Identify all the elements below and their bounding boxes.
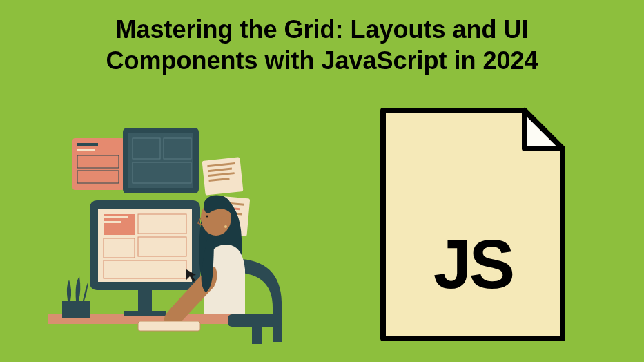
svg-rect-11: [77, 143, 98, 146]
floating-window-icon: [72, 138, 124, 190]
page-title: Mastering the Grid: Layouts and UI Compo…: [53, 14, 592, 76]
svg-rect-10: [72, 138, 124, 190]
monitor-stand: [138, 290, 152, 314]
monitor-base: [124, 311, 166, 316]
secondary-screen-icon: [123, 128, 199, 193]
svg-rect-20: [202, 157, 244, 195]
svg-rect-16: [128, 133, 193, 188]
svg-rect-12: [77, 149, 95, 151]
file-fold-shape: [525, 111, 563, 149]
monitor-icon: [90, 200, 200, 290]
svg-point-34: [221, 216, 229, 227]
svg-rect-5: [104, 221, 121, 223]
developer-illustration: [48, 114, 304, 349]
plant-icon: [62, 276, 90, 318]
svg-rect-31: [228, 314, 282, 327]
keyboard-icon: [138, 321, 200, 331]
svg-rect-0: [62, 301, 90, 318]
svg-rect-32: [252, 327, 262, 344]
svg-point-35: [206, 216, 208, 218]
svg-rect-4: [104, 216, 128, 218]
file-type-label: JS: [376, 225, 569, 304]
js-file-icon: JS: [376, 104, 569, 345]
svg-point-36: [224, 225, 227, 228]
note-paper-icon: [202, 157, 244, 195]
